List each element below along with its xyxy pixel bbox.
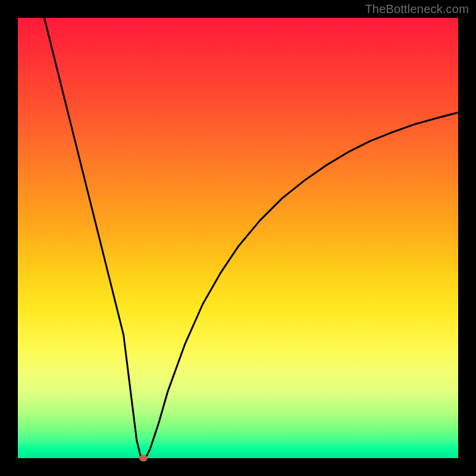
curve-svg [18, 18, 458, 458]
plot-area [18, 18, 458, 458]
minimum-marker [139, 455, 148, 462]
watermark-text: TheBottleneck.com [365, 2, 469, 16]
chart-frame: TheBottleneck.com [0, 0, 476, 476]
bottleneck-curve [44, 18, 458, 458]
